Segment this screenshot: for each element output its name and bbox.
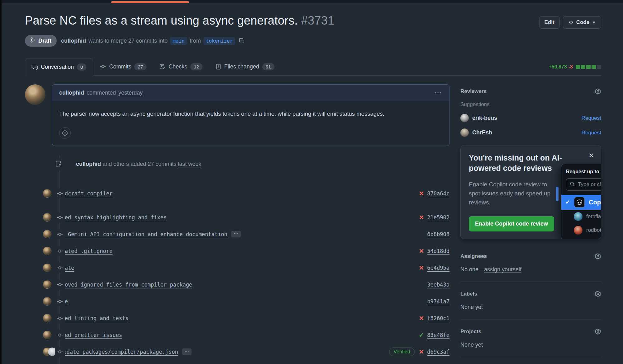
commit-message-link[interactable]: Update packages/compiler/package.json xyxy=(60,349,178,355)
commit-message-link[interactable]: removed ignored files from compiler pack… xyxy=(55,282,192,288)
commit-message-link[interactable]: added syntax highlighting and fixes xyxy=(55,214,167,221)
tab-files-changed-count: 91 xyxy=(262,63,274,70)
assignees-gear-icon[interactable] xyxy=(595,253,601,259)
git-commit-icon xyxy=(55,313,65,323)
request-review-link[interactable]: Request xyxy=(582,115,601,121)
commit-expand-button[interactable]: ⋯ xyxy=(231,231,241,237)
tab-checks[interactable]: Checks 12 xyxy=(153,58,209,75)
copy-branch-icon[interactable] xyxy=(239,38,245,44)
repo-push-icon xyxy=(55,158,62,170)
comment-author-avatar[interactable] xyxy=(25,84,45,105)
commit-author-avatar[interactable] xyxy=(43,297,51,306)
picker-user-row[interactable]: chandri xyxy=(561,237,601,239)
commit-message-link[interactable]: Fixed linting and tests xyxy=(55,315,128,321)
pr-author[interactable]: cullophid xyxy=(61,38,86,44)
head-branch-chip[interactable]: tokenizer xyxy=(203,37,235,45)
assign-yourself-link[interactable]: assign yourself xyxy=(484,266,521,273)
comment-timestamp-link[interactable]: yesterday xyxy=(118,90,143,96)
commit-status-icon[interactable]: ✕ xyxy=(419,247,424,255)
commit-author-avatar[interactable] xyxy=(43,280,51,289)
picker-user-avatar xyxy=(574,212,583,221)
git-commit-icon xyxy=(55,347,65,357)
reviewer-avatar[interactable] xyxy=(460,128,469,137)
picker-search-box[interactable] xyxy=(566,178,601,191)
commit-author-avatar[interactable] xyxy=(43,314,51,322)
reviewer-suggestion-row: erik-beus Request xyxy=(460,114,601,122)
tab-files-changed-label: Files changed xyxy=(224,63,259,70)
commit-hash-link[interactable]: 6e4d95a xyxy=(427,265,449,271)
commit-row: sure b9741a7 xyxy=(25,293,449,310)
request-review-link[interactable]: Request xyxy=(582,130,601,136)
commit-author-avatar[interactable] xyxy=(43,264,51,272)
comment-menu-button[interactable]: ⋯ xyxy=(434,89,442,96)
picker-user-row[interactable]: fernflar xyxy=(561,210,601,223)
commit-hash-link[interactable]: b9741a7 xyxy=(427,298,449,305)
commit-author-avatar[interactable] xyxy=(43,331,51,339)
commit-hash-link[interactable]: 3eeb43a xyxy=(427,282,449,288)
commit-author-avatar[interactable] xyxy=(43,247,51,255)
commit-hash-link[interactable]: f8260c1 xyxy=(427,315,449,321)
commit-status-icon[interactable]: ✕ xyxy=(419,264,424,272)
commit-hash-link[interactable]: 6b8b908 xyxy=(427,231,449,237)
commit-hash-link[interactable]: d69c3af xyxy=(427,349,449,355)
commit-status-icon[interactable]: ✕ xyxy=(419,315,424,322)
picker-search-input[interactable] xyxy=(578,181,601,188)
search-icon xyxy=(570,181,575,188)
comment-author-name[interactable]: cullophid xyxy=(59,90,84,96)
edit-button[interactable]: Edit xyxy=(539,16,560,29)
enable-copilot-review-button[interactable]: Enable Copilot code review xyxy=(469,216,554,231)
close-icon[interactable]: ✕ xyxy=(588,152,594,159)
tab-commits[interactable]: Commits 27 xyxy=(93,58,153,75)
reviewer-name[interactable]: erik-beus xyxy=(472,115,497,121)
git-pull-request-draft-icon xyxy=(30,37,36,44)
commit-status-icon[interactable]: ✕ xyxy=(419,348,424,356)
commit-message-link[interactable]: Add Gemini API configuration and enhance… xyxy=(55,231,227,237)
verified-badge: Verified xyxy=(389,348,414,356)
assignees-no-one: No one— xyxy=(460,266,484,273)
commit-hash-link[interactable]: 54d18dd xyxy=(427,248,449,254)
git-commit-icon xyxy=(55,296,65,306)
comment-body: The parser now accepts an async generato… xyxy=(52,101,449,146)
pr-number: #3731 xyxy=(301,14,335,27)
pr-tab-bar: Conversation 0 Commits 27 Checks 12 File… xyxy=(25,58,601,76)
screen-edge-strip xyxy=(0,0,2,364)
reviewer-avatar[interactable] xyxy=(460,114,469,122)
commit-hash-link[interactable]: 83e48fe xyxy=(427,332,449,338)
commit-row: Nordcraft compiler ✕ 870a64c xyxy=(25,185,449,202)
assignees-title: Assignees xyxy=(460,253,487,259)
code-icon xyxy=(568,20,574,25)
commit-row: removed ignored files from compiler pack… xyxy=(25,276,449,293)
reviewers-gear-icon[interactable] xyxy=(595,88,601,95)
assignees-empty-text: No one—assign yourself xyxy=(460,266,601,273)
code-button[interactable]: Code ▼ xyxy=(563,16,601,29)
commit-author-avatar[interactable] xyxy=(43,189,51,198)
reviewer-name[interactable]: ChrEsb xyxy=(472,129,492,136)
commit-message-link[interactable]: fixed prettier issues xyxy=(55,332,122,338)
commit-author-avatar[interactable] xyxy=(43,213,51,222)
commit-hash-link[interactable]: 870a64c xyxy=(427,190,449,197)
tab-commits-label: Commits xyxy=(109,63,131,70)
commit-expand-button[interactable]: ⋯ xyxy=(182,348,192,355)
picker-user-row[interactable]: rodbota xyxy=(561,223,601,237)
tab-conversation[interactable]: Conversation 0 xyxy=(25,58,93,76)
projects-gear-icon[interactable] xyxy=(595,328,601,335)
picker-copilot-option-selected[interactable]: ✓ Copil xyxy=(561,195,601,210)
commits-time-link[interactable]: last week xyxy=(178,161,201,167)
git-commit-icon xyxy=(55,330,65,340)
commits-author[interactable]: cullophid xyxy=(76,161,101,167)
tab-checks-count: 12 xyxy=(190,63,202,70)
tab-files-changed[interactable]: Files changed 91 xyxy=(209,58,281,75)
add-reaction-button[interactable] xyxy=(59,127,71,139)
page-title: Parse NC files as a stream using async g… xyxy=(25,14,334,27)
commit-status-icon[interactable]: ✕ xyxy=(419,190,424,197)
commit-status-icon[interactable]: ✕ xyxy=(419,214,424,221)
commit-status-icon[interactable]: ✓ xyxy=(419,331,424,339)
labels-gear-icon[interactable] xyxy=(595,291,601,297)
check-icon: ✓ xyxy=(565,199,570,206)
base-branch-chip[interactable]: main xyxy=(170,37,187,45)
diff-block xyxy=(592,65,596,69)
commit-author-avatar[interactable] xyxy=(43,230,51,238)
picker-user-list: fernflar rodbota chandri xyxy=(561,210,601,239)
commit-hash-link[interactable]: 21e5902 xyxy=(427,214,449,221)
git-commit-icon xyxy=(55,263,65,273)
